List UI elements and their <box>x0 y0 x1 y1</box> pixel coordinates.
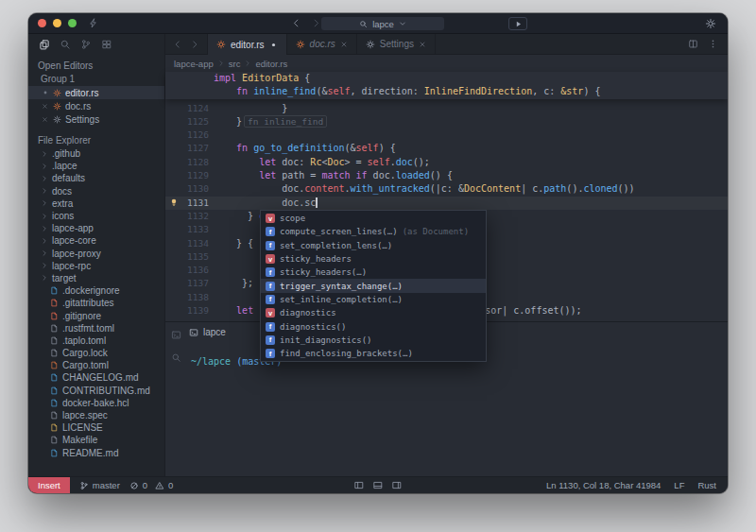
code-line-1129[interactable]: 1129 let path = match if doc.loaded() { <box>165 169 728 182</box>
folder-defaults[interactable]: defaults <box>28 172 164 184</box>
tabs-forward-icon[interactable] <box>190 40 199 49</box>
open-editors-header[interactable]: Open Editors <box>28 60 164 73</box>
close-window-button[interactable] <box>38 19 46 27</box>
completion-item[interactable]: vsticky_headers <box>261 252 486 266</box>
activity-search-icon[interactable] <box>60 39 71 50</box>
eol-indicator[interactable]: LF <box>674 480 684 490</box>
more-actions-icon[interactable] <box>708 39 718 49</box>
code-text[interactable]: fn inline_find(&self, direction: InlineF… <box>214 85 600 98</box>
cursor-position[interactable]: Ln 1130, Col 18, Char 41984 <box>546 480 661 490</box>
toggle-left-panel-icon[interactable] <box>354 480 365 490</box>
close-icon[interactable] <box>41 103 49 110</box>
breadcrumb-item[interactable]: editor.rs <box>255 59 287 69</box>
file-Makefile[interactable]: Makefile <box>28 434 164 446</box>
settings-gear-icon[interactable] <box>705 18 716 29</box>
panel-search-icon[interactable] <box>171 352 181 363</box>
folder-extra[interactable]: extra <box>28 197 164 210</box>
file-CHANGELOG-md[interactable]: CHANGELOG.md <box>28 371 164 384</box>
file-LICENSE[interactable]: LICENSE <box>28 421 164 434</box>
code-line-1126[interactable]: 1126 <box>165 129 728 142</box>
code-text[interactable]: }; <box>214 277 253 290</box>
open-editor-doc-rs[interactable]: doc.rs <box>28 99 164 112</box>
file-lapce-spec[interactable]: lapce.spec <box>28 409 164 421</box>
code-text[interactable]: doc.content.with_untracked(|c: &DocConte… <box>214 182 635 196</box>
breadcrumb-item[interactable]: src <box>229 59 241 69</box>
file-docker-bake-hcl[interactable]: docker-bake.hcl <box>28 397 164 409</box>
split-editor-icon[interactable] <box>688 39 698 49</box>
code-editor[interactable]: impl EditorData { fn inline_find(&self, … <box>165 72 728 321</box>
close-icon[interactable] <box>41 116 49 123</box>
toggle-right-panel-icon[interactable] <box>392 480 403 490</box>
code-text[interactable]: } <box>214 102 287 115</box>
forward-icon[interactable] <box>311 18 321 28</box>
terminal-tab[interactable]: lapce <box>189 327 226 337</box>
completion-item[interactable]: vdiagnostics <box>261 306 486 319</box>
code-line-1125[interactable]: 1125 }fn inline_find <box>165 115 728 129</box>
code-line-1124[interactable]: 1124 } <box>165 102 728 115</box>
folder-lapce-proxy[interactable]: lapce-proxy <box>28 248 164 260</box>
toggle-bottom-panel-icon[interactable] <box>373 480 384 490</box>
completion-item[interactable]: fsticky_headers(…) <box>261 266 486 279</box>
code-line-1130[interactable]: 1130 doc.content.with_untracked(|c: &Doc… <box>165 182 728 196</box>
open-editor-settings[interactable]: Settings <box>28 112 164 126</box>
back-icon[interactable] <box>291 18 301 28</box>
tab-settings[interactable]: Settings <box>357 34 436 54</box>
file-CONTRIBUTING-md[interactable]: CONTRIBUTING.md <box>28 385 164 397</box>
code-line-1127[interactable]: 1127 fn go_to_definition(&self) { <box>165 142 728 155</box>
completion-item[interactable]: fdiagnostics() <box>261 319 486 333</box>
file--dockerignore[interactable]: .dockerignore <box>28 284 164 297</box>
open-editor-editor-rs[interactable]: editor.rs <box>28 86 164 99</box>
panel-terminal-icon[interactable] <box>171 330 181 340</box>
folder-lapce-app[interactable]: lapce-app <box>28 222 164 234</box>
code-line-1128[interactable]: 1128 let doc: Rc<Doc> = self.doc(); <box>165 156 728 169</box>
folder-lapce-core[interactable]: lapce-core <box>28 234 164 247</box>
run-button[interactable] <box>508 17 527 30</box>
completion-item[interactable]: fcompute_screen_lines(…) (as Document) <box>261 225 486 238</box>
activity-source-control-icon[interactable] <box>80 39 92 50</box>
folder-lapce-rpc[interactable]: lapce-rpc <box>28 260 164 272</box>
editor-group-header[interactable]: Group 1 <box>28 73 164 86</box>
zoom-window-button[interactable] <box>68 19 77 27</box>
file--taplo-toml[interactable]: .taplo.toml <box>28 335 164 347</box>
folder--github[interactable]: .github <box>28 147 164 160</box>
file--gitattributes[interactable]: .gitattributes <box>28 297 164 309</box>
code-text[interactable]: } { <box>214 237 253 250</box>
file--gitignore[interactable]: .gitignore <box>28 309 164 321</box>
tabs-back-icon[interactable] <box>173 40 182 49</box>
completion-item[interactable]: fset_inline_completion(…) <box>261 293 486 306</box>
activity-explorer-icon[interactable] <box>39 39 50 50</box>
completion-item[interactable]: fset_completion_lens(…) <box>261 239 486 252</box>
activity-extensions-icon[interactable] <box>101 39 112 50</box>
folder-icons[interactable]: icons <box>28 210 164 222</box>
code-action-lightbulb-icon[interactable] <box>169 197 179 207</box>
code-text[interactable]: fn go_to_definition(&self) { <box>214 142 396 155</box>
breadcrumb-item[interactable]: lapce-app <box>174 59 214 69</box>
command-palette[interactable]: lapce <box>321 17 444 30</box>
modified-dot-icon[interactable] <box>41 89 49 96</box>
code-text[interactable]: doc.sc <box>214 197 318 210</box>
completion-item[interactable]: vscope <box>261 212 486 225</box>
completion-item[interactable]: ftrigger_syntax_change(…) <box>261 279 486 292</box>
file-explorer-header[interactable]: File Explorer <box>28 134 164 147</box>
minimize-window-button[interactable] <box>53 19 61 27</box>
problems-summary[interactable]: 0 0 <box>129 480 174 490</box>
completion-item[interactable]: ffind_enclosing_brackets(…) <box>261 347 486 360</box>
code-text[interactable]: let doc: Rc<Doc> = self.doc(); <box>214 156 430 169</box>
file--rustfmt-toml[interactable]: .rustfmt.toml <box>28 322 164 335</box>
code-line-1131[interactable]: 1131 doc.sc <box>165 197 728 210</box>
code-text[interactable]: }fn inline_find <box>214 115 327 129</box>
file-Cargo-toml[interactable]: Cargo.toml <box>28 359 164 371</box>
tab-editor-rs[interactable]: editor.rs <box>207 34 287 55</box>
tab-doc-rs[interactable]: doc.rs <box>287 34 357 54</box>
completion-item[interactable]: finit_diagnostics() <box>261 334 486 347</box>
git-branch[interactable]: master <box>79 480 120 490</box>
file-README-md[interactable]: README.md <box>28 447 164 459</box>
file-Cargo-lock[interactable]: Cargo.lock <box>28 347 164 359</box>
folder--lapce[interactable]: .lapce <box>28 160 164 172</box>
language-indicator[interactable]: Rust <box>697 480 716 490</box>
code-text[interactable]: impl EditorData { <box>214 72 310 85</box>
folder-docs[interactable]: docs <box>28 185 164 197</box>
code-text[interactable]: let path = match if doc.loaded() { <box>214 169 453 182</box>
editor-mode-badge[interactable]: Insert <box>28 477 70 493</box>
folder-target[interactable]: target <box>28 272 164 284</box>
